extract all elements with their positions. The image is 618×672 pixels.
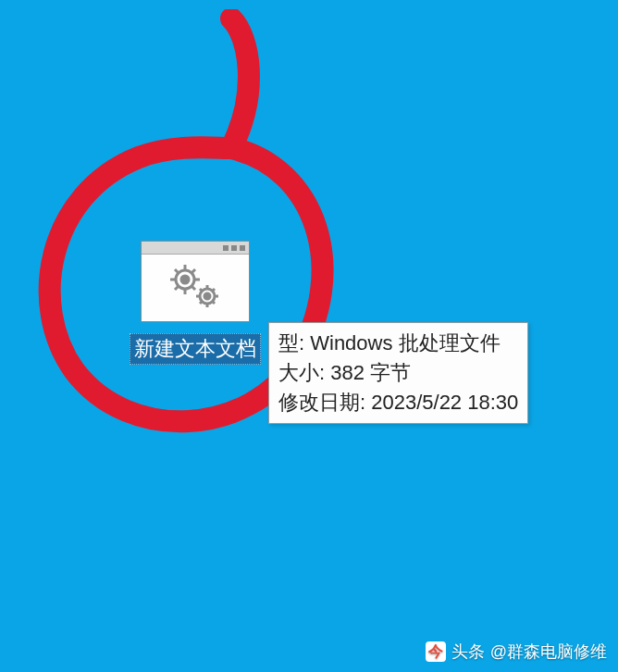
tooltip-size-value: 382 字节: [330, 361, 411, 384]
tooltip-size-label: 大小: [278, 361, 319, 384]
tooltip-size-row: 大小: 382 字节: [278, 358, 518, 388]
svg-line-19: [213, 289, 215, 291]
tooltip-type-label: 型: [278, 331, 299, 355]
svg-line-16: [200, 289, 202, 291]
batch-file-icon: [141, 241, 250, 322]
svg-point-1: [181, 276, 189, 283]
tooltip-modified-label: 修改日期: [278, 391, 360, 414]
gears-icon: [163, 259, 228, 311]
tooltip-modified-value: 2023/5/22 18:30: [371, 391, 518, 414]
desktop-icon-label: 新建文本文档: [130, 333, 261, 365]
svg-line-7: [192, 286, 195, 290]
desktop-file-icon[interactable]: 新建文本文档: [114, 241, 276, 365]
watermark: 今 头条 @群森电脑修维: [426, 641, 607, 663]
watermark-prefix: 头条: [451, 641, 485, 663]
svg-line-17: [213, 302, 215, 304]
watermark-logo-icon: 今: [426, 641, 446, 662]
tooltip-type-value: Windows 批处理文件: [310, 331, 500, 355]
tooltip-modified-row: 修改日期: 2023/5/22 18:30: [278, 388, 518, 417]
svg-line-6: [175, 269, 179, 273]
svg-point-11: [204, 293, 210, 299]
svg-line-18: [200, 302, 202, 304]
file-tooltip: 型: Windows 批处理文件 大小: 382 字节 修改日期: 2023/5…: [268, 322, 528, 424]
svg-line-8: [175, 286, 179, 290]
watermark-author: @群森电脑修维: [490, 641, 607, 663]
tooltip-type-row: 型: Windows 批处理文件: [278, 329, 518, 358]
svg-line-9: [192, 269, 195, 273]
